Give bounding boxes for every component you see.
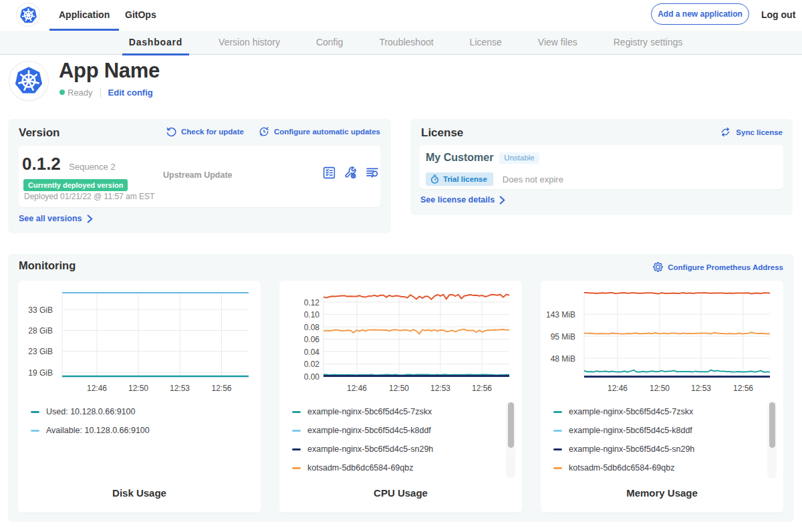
svg-text:19 GiB: 19 GiB <box>28 368 53 378</box>
svg-text:12:46: 12:46 <box>87 384 107 393</box>
svg-text:0.02: 0.02 <box>304 360 320 369</box>
svg-text:28 GiB: 28 GiB <box>28 326 53 336</box>
svg-text:23 GiB: 23 GiB <box>28 347 53 356</box>
svg-text:12:56: 12:56 <box>211 384 231 393</box>
svg-text:12:46: 12:46 <box>608 384 628 393</box>
svg-text:0.12: 0.12 <box>304 298 320 307</box>
svg-text:12:46: 12:46 <box>347 384 367 393</box>
svg-text:0.04: 0.04 <box>304 348 320 357</box>
svg-text:0.06: 0.06 <box>304 335 320 344</box>
svg-text:12:50: 12:50 <box>128 384 148 393</box>
svg-text:12:53: 12:53 <box>430 384 450 393</box>
svg-text:0.00: 0.00 <box>304 372 320 382</box>
svg-text:12:53: 12:53 <box>170 384 190 393</box>
svg-text:33 GiB: 33 GiB <box>28 305 53 315</box>
svg-text:48 MiB: 48 MiB <box>551 354 575 364</box>
svg-text:95 MiB: 95 MiB <box>551 332 575 342</box>
svg-text:143 MiB: 143 MiB <box>546 310 575 319</box>
svg-text:12:50: 12:50 <box>650 384 670 393</box>
svg-text:12:56: 12:56 <box>733 384 753 393</box>
svg-text:0.08: 0.08 <box>304 323 320 332</box>
svg-text:12:50: 12:50 <box>389 384 409 393</box>
svg-text:0.10: 0.10 <box>304 310 320 319</box>
svg-text:12:56: 12:56 <box>472 384 492 393</box>
svg-text:12:53: 12:53 <box>691 384 711 393</box>
